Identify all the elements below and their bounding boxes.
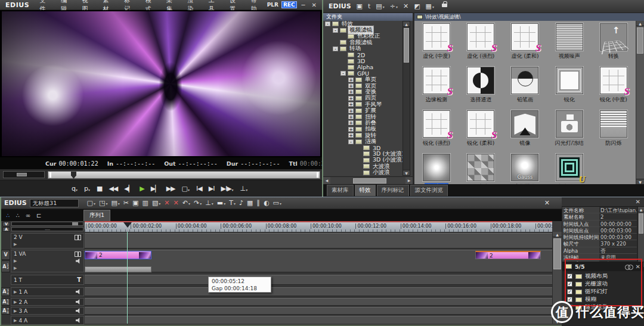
- speaker-icon[interactable]: [76, 318, 81, 323]
- filter-row[interactable]: 视频布局: [562, 272, 643, 280]
- cut-icon[interactable]: ✂▾: [123, 199, 129, 207]
- view-mode-icon[interactable]: ▦▾: [426, 2, 434, 10]
- track-3a-lane[interactable]: [85, 307, 552, 315]
- expand-toggle-icon[interactable]: [348, 133, 354, 138]
- track-4a-lane[interactable]: [85, 316, 552, 324]
- effect-item[interactable]: 锐化 (强烈): [414, 108, 459, 152]
- audio-78-select-button[interactable]: A7 8: [1, 307, 10, 315]
- effect-item[interactable]: 视频噪声: [547, 21, 592, 65]
- scroll-thumb[interactable]: [353, 178, 386, 184]
- expand-toggle-icon[interactable]: [348, 108, 354, 113]
- timeline-tracks-area[interactable]: 2 2 00:00:05:12 Gap 00:00:14:18: [85, 232, 552, 324]
- divide-icon[interactable]: ÷▾: [390, 2, 398, 10]
- track-header-1va[interactable]: 1 VA ▶ ▶: [11, 250, 84, 272]
- expand-toggle-icon[interactable]: [356, 158, 361, 163]
- duplicate-icon[interactable]: ▤▾: [376, 2, 384, 10]
- effect-item[interactable]: 闪光灯/冻结: [547, 108, 592, 152]
- clip-audio-lane[interactable]: [85, 266, 151, 272]
- goto-in-icon[interactable]: Ⅰ◀▾: [194, 184, 205, 194]
- tree-node[interactable]: 小波浪: [323, 169, 402, 175]
- color-wheel-icon[interactable]: ◐▾: [264, 199, 270, 207]
- filter-row[interactable]: 循环幻灯: [562, 288, 643, 296]
- tree-horizontal-scrollbar[interactable]: ◀ ▶: [323, 176, 413, 184]
- add-cut-point-icon[interactable]: ⊥▾: [205, 199, 213, 207]
- tree-node[interactable]: 单页: [323, 77, 402, 83]
- audio-master-slider[interactable]: ----: [11, 227, 83, 231]
- rewind-icon[interactable]: ◀◀▾: [106, 184, 120, 194]
- tree-node[interactable]: 双页: [323, 83, 402, 89]
- audio-34-select-button[interactable]: A3 4: [1, 287, 10, 296]
- snap-mode-icon[interactable]: ∴: [6, 212, 10, 219]
- export-icon[interactable]: ⊥▾: [238, 184, 250, 194]
- tree-node[interactable]: 手风琴: [323, 101, 402, 107]
- expand-track-icon[interactable]: ▶: [14, 242, 17, 247]
- paste-icon[interactable]: ▥▾: [142, 199, 148, 207]
- track-2v-lane[interactable]: [85, 233, 552, 249]
- scroll-right-icon[interactable]: ▶: [405, 177, 413, 184]
- player-mode-label[interactable]: PLR: [267, 2, 278, 8]
- tree-node[interactable]: 扩展: [323, 107, 402, 113]
- info-close-button[interactable]: ✕: [636, 198, 640, 205]
- track-header-2a[interactable]: ▶2 A: [11, 298, 84, 306]
- seek-playhead[interactable]: [71, 172, 76, 179]
- expand-toggle-icon[interactable]: [348, 102, 354, 107]
- video-track-select-button[interactable]: V: [1, 250, 10, 260]
- new-sequence-icon[interactable]: ▢▾: [87, 199, 95, 207]
- info-vertical-scrollbar[interactable]: ▲ ▼: [637, 207, 644, 267]
- expand-toggle-icon[interactable]: [356, 151, 361, 156]
- tree-node[interactable]: Alpha: [323, 64, 402, 70]
- copy-icon[interactable]: ▣▾: [132, 199, 138, 207]
- expand-toggle-icon[interactable]: [348, 120, 354, 125]
- tree-node[interactable]: 音频滤镜: [323, 39, 402, 45]
- next-edit-icon[interactable]: ▶Ⅰ▶▾: [218, 184, 236, 194]
- scroll-up-icon[interactable]: ▲: [553, 232, 562, 237]
- next-frame-icon[interactable]: ▶▏▾: [148, 184, 162, 194]
- close-button[interactable]: ✕: [310, 2, 318, 8]
- scroll-thumb[interactable]: [639, 213, 643, 234]
- insert-clip-icon[interactable]: ▧▾: [152, 199, 160, 207]
- slider-handle[interactable]: [72, 222, 78, 225]
- expand-track-icon[interactable]: ▶: [14, 259, 17, 263]
- seek-bar[interactable]: [48, 171, 320, 179]
- set-marker-icon[interactable]: ▬▾: [217, 199, 225, 207]
- filter-enabled-checkbox[interactable]: [567, 289, 572, 294]
- play-icon[interactable]: ▶▾: [137, 184, 146, 194]
- track-1a-lane[interactable]: [85, 287, 552, 296]
- track-header-1a[interactable]: ▶1 A: [11, 287, 84, 296]
- expand-track-icon[interactable]: ▶: [14, 300, 17, 305]
- track-1t-lane[interactable]: [85, 275, 552, 285]
- recorder-mode-badge[interactable]: REC: [281, 1, 297, 8]
- effects-vertical-scrollbar[interactable]: ▲ ▼: [636, 21, 644, 184]
- effect-item[interactable]: 虚化 (强烈): [459, 21, 503, 65]
- expand-track-icon[interactable]: ▶: [14, 266, 17, 271]
- loop-icon[interactable]: ▢▾: [179, 184, 192, 194]
- undo-icon[interactable]: ↶▾: [182, 199, 190, 207]
- effect-item[interactable]: Gauss 高斯模糊: [503, 152, 547, 184]
- effect-item[interactable]: 锐化: [547, 65, 592, 108]
- bracket-tool-icon[interactable]: ⊏: [36, 212, 41, 219]
- timeline-clip[interactable]: 2: [475, 251, 541, 259]
- minimize-button[interactable]: ─: [300, 2, 307, 8]
- effect-item[interactable]: 虚化 (中度): [414, 21, 459, 65]
- expand-toggle-icon[interactable]: [325, 21, 330, 26]
- multicam-icon[interactable]: ▦▾: [247, 199, 253, 207]
- shuttle-slider[interactable]: [3, 171, 45, 178]
- audio-master-button[interactable]: A: [2, 227, 10, 232]
- shuttle-handle[interactable]: [17, 173, 27, 176]
- expand-track-icon[interactable]: ▶: [14, 309, 17, 313]
- video-master-button[interactable]: V: [2, 222, 10, 226]
- audio-mixer-icon[interactable]: ∥▾: [256, 199, 260, 207]
- tree-node[interactable]: 涟漪: [323, 138, 402, 144]
- scroll-thumb[interactable]: [637, 27, 643, 54]
- stop-icon[interactable]: ■▾: [94, 184, 104, 194]
- filter-enabled-checkbox[interactable]: [567, 281, 572, 287]
- ripple-delete-icon[interactable]: ✕▾: [174, 199, 179, 207]
- scroll-down-icon[interactable]: ▼: [403, 170, 410, 175]
- tree-node[interactable]: 2D: [323, 52, 402, 58]
- expand-toggle-icon[interactable]: [356, 164, 361, 169]
- track-header-1t[interactable]: 1 TT: [11, 275, 84, 285]
- open-project-icon[interactable]: ◳▾: [99, 199, 107, 207]
- expand-toggle-icon[interactable]: [333, 46, 338, 51]
- speaker-icon[interactable]: [76, 308, 81, 313]
- loop-sync-icon[interactable]: ∞: [26, 212, 30, 219]
